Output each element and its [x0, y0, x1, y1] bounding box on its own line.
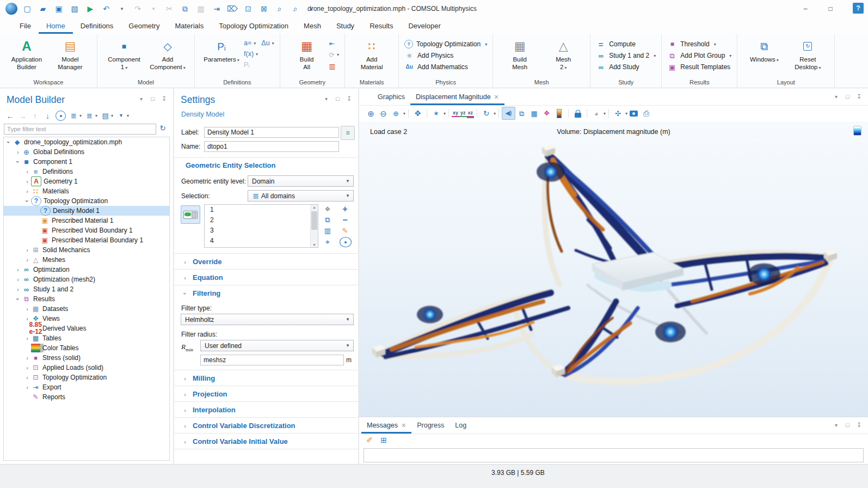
- tree-item-global-definitions[interactable]: ›⊕Global Definitions: [4, 147, 169, 157]
- active-selection-toggle[interactable]: [181, 205, 200, 224]
- tree-item-datasets[interactable]: ›▦Datasets: [4, 304, 169, 314]
- tab-displacement-magnitude[interactable]: Displacement Magnitude✕: [410, 89, 504, 105]
- tree-item-topology-optimization[interactable]: ›?Topology Optimization: [4, 196, 169, 206]
- chevron-right-icon[interactable]: ›: [23, 364, 31, 371]
- tab-graphics[interactable]: Graphics: [372, 89, 410, 105]
- chevron-right-icon[interactable]: ›: [23, 374, 31, 381]
- ribbon-application-builder-button[interactable]: AApplicationBuilder: [5, 36, 48, 71]
- close-icon[interactable]: ✕: [494, 94, 499, 101]
- run-icon[interactable]: ▶: [84, 3, 96, 15]
- selection-list-item[interactable]: 4: [205, 236, 318, 246]
- tree-item-applied-loads-solid[interactable]: ›⊡Applied Loads (solid): [4, 363, 169, 373]
- undo-caret-icon[interactable]: ▾: [116, 3, 128, 15]
- maximize-icon[interactable]: □: [818, 0, 843, 17]
- section-override[interactable]: ›Override: [174, 253, 358, 270]
- open-icon[interactable]: ▰: [37, 3, 49, 15]
- panel-pin-icon[interactable]: ↧: [855, 422, 863, 429]
- menu-tab-file[interactable]: File: [12, 17, 39, 34]
- chevron-right-icon[interactable]: ›: [23, 384, 31, 391]
- move-down-button[interactable]: ↓: [43, 111, 52, 120]
- ribbon-variables-icon-button[interactable]: a=▾: [244, 39, 256, 47]
- panel-menu-icon[interactable]: ▾: [833, 422, 840, 429]
- expand-button[interactable]: ≣▾: [69, 111, 82, 120]
- tab-progress[interactable]: Progress: [411, 417, 450, 434]
- go-to-view-button[interactable]: ✶: [430, 107, 442, 119]
- open-message-window-icon[interactable]: ⊞: [379, 435, 389, 445]
- zoom-to-selection-icon[interactable]: ⌖: [322, 237, 333, 246]
- lock-button[interactable]: [571, 107, 584, 119]
- graphics-canvas[interactable]: Load case 2 Volume: Displacement magnitu…: [359, 121, 868, 417]
- view-xy-button[interactable]: xy: [452, 109, 459, 117]
- chevron-down-icon[interactable]: ›: [24, 197, 30, 205]
- tree-item-export[interactable]: ›⇥Export: [4, 382, 169, 392]
- section-projection[interactable]: ›Projection: [174, 386, 358, 402]
- ribbon-add-component-button[interactable]: ◇AddComponent▾: [146, 36, 189, 71]
- new-file-icon[interactable]: ▢: [21, 3, 33, 15]
- select-box-icon[interactable]: ⊡: [242, 3, 254, 15]
- section-filtering[interactable]: ›Filtering: [174, 285, 358, 301]
- refresh-icon[interactable]: ↻: [158, 123, 168, 133]
- chevron-down-icon[interactable]: ›: [5, 138, 12, 146]
- ribbon-functions-icon-button[interactable]: f(x)▾: [244, 50, 258, 58]
- menu-tab-results[interactable]: Results: [362, 17, 401, 34]
- clear-messages-icon[interactable]: ✐: [365, 435, 374, 445]
- scene-light-button[interactable]: ⧉: [515, 107, 528, 119]
- chevron-right-icon[interactable]: ›: [23, 355, 31, 361]
- chevron-right-icon[interactable]: ›: [23, 188, 31, 194]
- ribbon-build-mesh-button[interactable]: ▦BuildMesh: [498, 36, 541, 71]
- ribbon-result-templates-button[interactable]: ▣Result Templates: [667, 63, 731, 71]
- ribbon-mesh-2-button[interactable]: △Mesh2▾: [542, 36, 584, 71]
- tree-item-optimization[interactable]: ›∞Optimization: [4, 265, 169, 274]
- redo-caret-icon[interactable]: ▾: [147, 3, 159, 15]
- selection-list-item[interactable]: 2: [205, 215, 318, 225]
- paste-selection-icon[interactable]: ▥: [322, 226, 333, 235]
- tree-item-definitions[interactable]: ›≡Definitions: [4, 167, 169, 176]
- environment-button[interactable]: ✣: [612, 107, 624, 119]
- tree-item-topology-optimization[interactable]: ›⊡Topology Optimization: [4, 373, 169, 382]
- filter-button[interactable]: ▼▾: [116, 111, 129, 120]
- tab-log[interactable]: Log: [450, 417, 472, 434]
- rename-button[interactable]: ≡: [341, 126, 355, 140]
- model-tree-node-button[interactable]: ▤▾: [101, 111, 113, 120]
- chevron-right-icon[interactable]: ›: [23, 247, 31, 253]
- tree-item-geometry-1[interactable]: ›AGeometry 1: [4, 176, 169, 186]
- tree-filter-input[interactable]: [4, 124, 156, 135]
- tree-item-results[interactable]: ›⧉Results: [4, 294, 169, 304]
- ribbon-study-1-and-2-button[interactable]: ∞Study 1 and 2▾: [596, 51, 656, 60]
- panel-float-icon[interactable]: □: [844, 422, 851, 429]
- ribbon-component-1-button[interactable]: ■Component1▾: [103, 36, 145, 71]
- selection-list-scrollbar[interactable]: ▲ ▼: [310, 205, 318, 247]
- chevron-right-icon[interactable]: ›: [14, 266, 22, 273]
- tree-item-prescribed-material-1[interactable]: ▣Prescribed Material 1: [4, 216, 169, 225]
- show-button[interactable]: [56, 111, 66, 121]
- entity-level-dropdown[interactable]: Domain▼: [248, 175, 354, 187]
- collapse-button[interactable]: ≣▾: [85, 111, 97, 120]
- export-icon[interactable]: ⇥: [211, 3, 223, 15]
- filter-radius-input[interactable]: [200, 355, 344, 365]
- cut-icon[interactable]: ✂: [163, 3, 175, 15]
- chevron-down-icon[interactable]: ›: [15, 295, 21, 303]
- section-milling[interactable]: ›Milling: [174, 370, 358, 386]
- snapshot-button[interactable]: [627, 107, 640, 119]
- ribbon-threshold-button[interactable]: ■Threshold▾: [667, 40, 731, 48]
- help-button[interactable]: ?: [853, 3, 864, 14]
- section-interpolation[interactable]: ›Interpolation: [174, 401, 358, 418]
- tree-item-density-model-1[interactable]: ?Density Model 1: [4, 206, 169, 216]
- selection-list-item[interactable]: 3: [205, 225, 318, 236]
- zoom-extents-button[interactable]: ✥: [411, 107, 424, 119]
- panel-menu-icon[interactable]: ▾: [323, 95, 330, 102]
- tab-messages[interactable]: Messages✕: [361, 417, 411, 434]
- tree-item-component-1[interactable]: ›■Component 1: [4, 157, 169, 167]
- panel-pin-icon[interactable]: ↧: [346, 95, 353, 102]
- ribbon-reset-desktop-button[interactable]: ↻ResetDesktop▾: [786, 36, 829, 71]
- chevron-right-icon[interactable]: ›: [23, 178, 31, 185]
- ribbon-insert-sequence-icon-button[interactable]: ▥: [329, 62, 336, 70]
- panel-float-icon[interactable]: □: [844, 93, 851, 100]
- tree-item-solid-mechanics[interactable]: ›⊞Solid Mechanics: [4, 245, 169, 255]
- tree-item-prescribed-material-boundary-1[interactable]: ▣Prescribed Material Boundary 1: [4, 235, 169, 245]
- tree-item-derived-values[interactable]: 8.85 e-12Derived Values: [4, 324, 169, 333]
- deselect-box-icon[interactable]: ⊠: [258, 3, 270, 15]
- messages-console[interactable]: [364, 448, 864, 462]
- create-selection-icon[interactable]: ❖: [322, 204, 333, 213]
- save-as-icon[interactable]: ▧: [69, 3, 81, 15]
